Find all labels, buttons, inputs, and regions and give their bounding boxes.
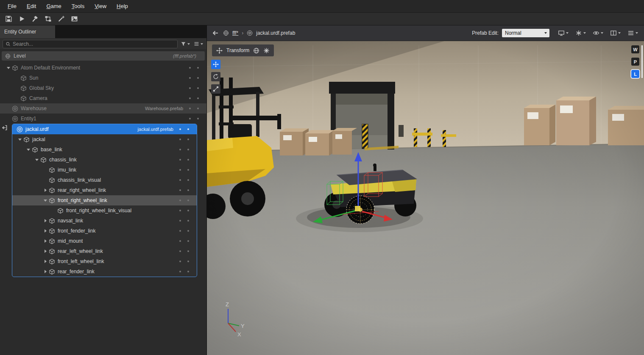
layout-button[interactable] [608,29,622,37]
material-editor-button[interactable] [69,14,79,24]
tree-row-front-right-wheel-link-visual[interactable]: front_right_wheel_link_visual [12,205,197,216]
sort-options-button[interactable] [193,40,204,47]
visibility-lock-toggles[interactable] [179,128,189,130]
tree-row-sun[interactable]: Sun [0,73,206,83]
breadcrumb-root-link[interactable]: fff* [232,30,238,36]
reference-space-icon[interactable] [253,47,259,54]
debug-icon [575,30,582,36]
chevron-down-icon [566,32,569,34]
tree-row-jackal[interactable]: jackal [12,134,197,144]
tree-row-navsat-link[interactable]: navsat_link [12,216,197,226]
chevron-down-icon [187,43,190,45]
snapping-icon[interactable] [263,47,270,54]
expander-icon[interactable] [25,149,32,151]
tree-row-camera[interactable]: Camera [0,93,206,103]
visibility-lock-toggles[interactable] [189,118,199,119]
tree-row-imu-link[interactable]: imu_link [12,165,197,175]
entity-outliner-tab[interactable]: Entity Outliner [0,25,55,38]
expander-icon[interactable] [42,260,49,263]
menu-file[interactable]: File [3,0,22,12]
visibility-lock-toggles[interactable] [179,169,189,171]
back-button[interactable] [211,29,220,37]
visibility-lock-toggles[interactable] [189,77,199,79]
save-button[interactable] [3,14,14,24]
camera-options-button[interactable] [556,29,570,37]
chevron-down-icon [544,32,547,34]
expander-icon[interactable] [42,200,49,202]
visibility-lock-toggles[interactable] [179,250,189,252]
tree-row-chassis-link[interactable]: chassis_link [12,155,197,165]
visibility-lock-toggles[interactable] [179,261,189,262]
tree-row-atom-default-environment[interactable]: Atom Default Environment [0,63,206,73]
back-icon [212,30,219,36]
expander-icon[interactable] [42,189,49,192]
search-box[interactable] [3,40,178,48]
view-options-button[interactable] [591,29,605,37]
menu-game[interactable]: Game [41,0,66,12]
expander-icon[interactable] [42,270,49,273]
tree-row-entity1[interactable]: Entity1 [0,114,206,124]
visibility-lock-toggles[interactable] [189,108,199,109]
menu-help[interactable]: Help [112,0,133,12]
expander-icon[interactable] [5,67,12,69]
badge-l[interactable]: L [631,70,639,78]
badge-p[interactable]: P [631,58,639,66]
tree-row-mid-mount[interactable]: mid_mount [12,236,197,246]
visibility-lock-toggles[interactable] [179,230,189,232]
viewport-canvas[interactable]: Z Y X Transform [207,41,644,355]
tree-row-chassis-link-visual[interactable]: chassis_link_visual [12,175,197,185]
tree-row-rear-fender-link[interactable]: rear_fender_link [12,266,197,277]
level-label: Level [14,53,26,59]
tree-row-global-sky[interactable]: Global Sky [0,83,206,93]
visibility-lock-toggles[interactable] [179,189,189,191]
filter-button[interactable] [180,40,191,47]
menu-edit[interactable]: Edit [22,0,41,12]
expander-icon[interactable] [42,229,49,233]
visibility-lock-toggles[interactable] [179,139,189,140]
level-row[interactable]: Level (fff.prefab*) [2,51,205,61]
chevron-down-icon [601,32,603,34]
visibility-lock-toggles[interactable] [189,67,199,69]
menu-tools[interactable]: Tools [67,0,89,12]
visibility-lock-toggles[interactable] [179,200,189,201]
visibility-lock-toggles[interactable] [179,240,189,242]
tree-row-front-right-wheel-link[interactable]: front_right_wheel_link [12,195,197,205]
prefab-icon [12,105,18,112]
tree-row-front-fender-link[interactable]: front_fender_link [12,226,197,236]
search-input[interactable] [13,41,175,47]
menu-view[interactable]: View [89,0,112,12]
expander-icon[interactable] [17,139,23,141]
entity-icon [40,157,47,163]
visibility-lock-toggles[interactable] [179,179,189,181]
tree-row-rear-right-wheel-link[interactable]: rear_right_wheel_link [12,185,197,195]
visibility-lock-toggles[interactable] [179,271,189,272]
tree-row-rear-left-wheel-link[interactable]: rear_left_wheel_link [12,246,197,256]
visibility-lock-toggles[interactable] [179,149,189,150]
tree-row-warehouse[interactable]: WarehouseWarehouse.prefab [0,103,206,114]
play-game-button[interactable] [17,14,27,24]
badge-w[interactable]: W [631,45,639,53]
visibility-lock-toggles[interactable] [189,87,199,89]
expander-icon[interactable] [42,219,49,222]
debug-options-button[interactable] [574,29,588,37]
expander-icon[interactable] [33,159,40,161]
scale-tool-button[interactable] [211,84,220,94]
expander-icon[interactable] [42,239,49,243]
visibility-lock-toggles[interactable] [189,97,199,99]
rotate-tool-button[interactable] [211,72,220,81]
script-canvas-button[interactable] [43,14,53,24]
wand-tool-button[interactable] [56,14,66,24]
prefab-edit-mode-select[interactable]: Normal [502,29,549,37]
viewport-menu-button[interactable] [626,29,640,37]
tree-row-base-link[interactable]: base_link [12,144,197,155]
visibility-lock-toggles[interactable] [179,159,189,161]
move-tool-button[interactable] [211,60,220,69]
expander-icon[interactable] [42,250,49,253]
tree-row-jackal-urdf[interactable]: jackal.urdfjackal.urdf.prefab [12,124,197,134]
layout-icon [610,30,617,36]
close-prefab-button[interactable] [1,125,9,132]
visibility-lock-toggles[interactable] [179,220,189,222]
tree-row-front-left-wheel-link[interactable]: front_left_wheel_link [12,256,197,266]
visibility-lock-toggles[interactable] [179,210,189,211]
simulate-button[interactable] [30,14,40,24]
